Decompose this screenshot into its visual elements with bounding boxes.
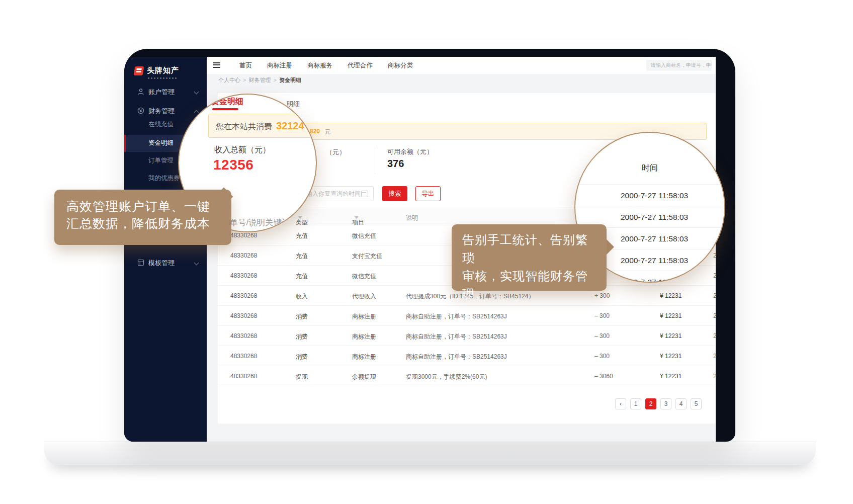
cell-item: 微信充值 — [352, 272, 376, 281]
pagination: ‹ 1 2 3 4 5 — [615, 398, 702, 409]
stat-balance-value: 376 — [387, 158, 404, 170]
screenshot-stage: 头牌知产 账户管理 财务管理 在线充值 — [0, 0, 853, 504]
cell-order: 48330268 — [230, 292, 257, 299]
page-button[interactable]: 2 — [645, 398, 656, 409]
laptop-base — [44, 442, 816, 465]
app-logo[interactable]: 头牌知产 — [134, 66, 179, 75]
magnified-time-value: 2000-7-27 11:58:03 — [575, 184, 724, 206]
cell-desc: 商标自助注册，订单号：SB2514263J — [406, 353, 592, 361]
breadcrumb: 个人中心>财务管理>资金明细 — [218, 76, 301, 85]
nav-home[interactable]: 首页 — [239, 61, 252, 70]
magnified-notice-text: 您在本站共消费 — [216, 122, 272, 131]
page-button[interactable]: 4 — [675, 398, 687, 409]
cell-amount: + 300 — [594, 292, 610, 299]
cell-time-clipped: 2000-7-27 11:58:03 — [713, 252, 717, 259]
chevron-down-icon — [194, 261, 199, 266]
cell-order: 48330268 — [230, 272, 257, 279]
header-type[interactable]: 类型 — [296, 214, 302, 221]
cell-time-clipped: 2000-7-27 11:58:03 — [713, 332, 717, 340]
cell-time-clipped: 2000-7-27 11:58:03 — [713, 353, 717, 360]
cell-item: 商标注册 — [352, 353, 376, 361]
template-icon — [137, 259, 144, 266]
breadcrumb-separator: > — [273, 77, 276, 83]
finance-icon — [137, 107, 144, 114]
cell-balance: ¥ 12231 — [660, 312, 681, 319]
cell-time-clipped: 2000-7-27 11:58:03 — [713, 373, 717, 380]
cell-type: 充值 — [296, 272, 308, 281]
tooltip-left: 高效管理账户订单、一键 汇总数据，降低财务成本 — [54, 190, 231, 245]
cell-balance: ¥ 12231 — [660, 332, 681, 340]
cell-amount: – 300 — [594, 332, 610, 340]
sidebar-item-template[interactable]: 模板管理 — [124, 257, 207, 269]
tooltip-right-line3: 理。 — [462, 285, 596, 303]
tooltip-right-line1: 告别手工统计、告别繁琐 — [462, 231, 596, 267]
cell-item: 支付宝充值 — [352, 252, 382, 261]
export-button[interactable]: 导出 — [415, 186, 441, 201]
nav-trademark-category[interactable]: 商标分类 — [388, 61, 413, 70]
stat-balance-label: 可用余额（元） — [387, 147, 433, 156]
sidebar: 头牌知产 账户管理 财务管理 在线充值 — [124, 57, 207, 442]
magnified-time-header: 时间 — [575, 163, 724, 174]
cell-amount: – 3060 — [594, 373, 613, 380]
cell-type: 消费 — [296, 332, 308, 341]
magnified-tab-underline — [212, 108, 238, 110]
chevron-down-icon — [194, 90, 199, 95]
sidebar-item-account[interactable]: 账户管理 — [124, 86, 207, 98]
cell-desc: 商标自助注册，订单号：SB2514263J — [406, 312, 592, 321]
nav-agent-cooperation[interactable]: 代理合作 — [348, 61, 373, 70]
breadcrumb-item[interactable]: 个人中心 — [218, 77, 240, 83]
table-row: 48330268 消费 商标注册 商标自助注册，订单号：SB2514263J –… — [218, 346, 716, 366]
page-button[interactable]: 5 — [691, 398, 702, 409]
header-item[interactable]: 项目 — [352, 214, 359, 221]
prev-page-button[interactable]: ‹ — [615, 398, 626, 409]
search-button[interactable]: 搜索 — [382, 186, 407, 201]
cell-type: 提现 — [296, 373, 308, 381]
logo-subtext — [148, 77, 178, 79]
cell-desc: 商标自助注册，订单号：SB2514263J — [406, 332, 592, 341]
magnified-income-value: 12356 — [213, 157, 253, 173]
topbar: 首页 商标注册 商标服务 代理合作 商标分类 请输入商标名，申请号，申请人 — [207, 57, 716, 74]
cell-item: 商标注册 — [352, 312, 376, 321]
table-row: 48330268 消费 商标注册 商标自助注册，订单号：SB2514263J –… — [218, 326, 716, 346]
cell-type: 充值 — [296, 232, 308, 240]
menu-icon[interactable] — [213, 62, 220, 68]
tooltip-left-line1: 高效管理账户订单、一键 — [66, 198, 219, 215]
table-row: 48330268 消费 商标注册 商标自助注册，订单号：SB2514263J –… — [218, 306, 716, 326]
sidebar-item-finance[interactable]: 财务管理 — [124, 105, 207, 117]
cell-type: 消费 — [296, 353, 308, 361]
stat-divider — [375, 147, 375, 174]
cell-balance: ¥ 12231 — [660, 353, 681, 360]
cell-type: 消费 — [296, 312, 308, 321]
cell-order: 48330268 — [230, 332, 257, 340]
notice-amount-visible: 820 — [310, 128, 320, 135]
breadcrumb-current: 资金明细 — [279, 77, 301, 83]
breadcrumb-item[interactable]: 财务管理 — [248, 77, 271, 83]
cell-type: 充值 — [296, 252, 308, 261]
breadcrumb-separator: > — [243, 77, 246, 83]
cell-amount: – 300 — [594, 353, 610, 360]
cell-order: 48330268 — [230, 373, 257, 380]
page-button[interactable]: 1 — [630, 398, 641, 409]
cell-item: 微信充值 — [352, 232, 376, 240]
cell-amount: – 300 — [594, 312, 610, 319]
magnified-notice-amount: 32124 — [276, 120, 304, 131]
logo-icon — [134, 66, 144, 75]
search-input[interactable]: 请输入商标名，申请号，申请人 — [646, 60, 712, 71]
page-button[interactable]: 3 — [660, 398, 671, 409]
cell-item: 代理收入 — [352, 292, 376, 301]
cell-desc: 提现3000元，手续费2%(60元) — [406, 373, 592, 381]
cell-time-clipped: 2000-7-27 11:58:03 — [713, 312, 717, 319]
tooltip-right: 告别手工统计、告别繁琐 审核，实现智能财务管 理。 — [452, 224, 607, 291]
cell-item: 余额提现 — [352, 373, 376, 381]
user-icon — [137, 88, 144, 95]
nav-trademark-service[interactable]: 商标服务 — [307, 61, 332, 70]
logo-text: 头牌知产 — [147, 66, 179, 75]
calendar-icon[interactable] — [361, 191, 368, 197]
nav-trademark-register[interactable]: 商标注册 — [267, 61, 292, 70]
cell-order: 48330268 — [230, 252, 257, 259]
cell-type: 收入 — [296, 292, 308, 301]
cell-order: 48330268 — [230, 312, 257, 319]
table-row: 48330268 提现 余额提现 提现3000元，手续费2%(60元) – 30… — [218, 366, 716, 386]
header-desc: 说明 — [406, 214, 592, 222]
notice-unit: 元 — [324, 128, 330, 136]
